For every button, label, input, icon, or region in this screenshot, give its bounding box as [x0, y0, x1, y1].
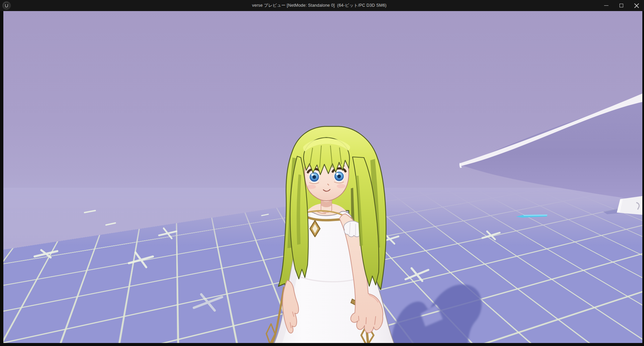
close-button[interactable] — [629, 0, 644, 11]
cyan-streak — [516, 215, 547, 218]
window-title: verse プレビュー [NetMode: Standalone 0] (64-… — [252, 0, 387, 11]
titlebar[interactable]: verse プレビュー [NetMode: Standalone 0] (64-… — [0, 0, 644, 11]
white-sign — [603, 196, 642, 215]
maximize-button[interactable] — [614, 0, 629, 11]
3d-scene — [3, 11, 642, 343]
unreal-logo-glyph — [3, 1, 10, 10]
app-window: verse プレビュー [NetMode: Standalone 0] (64-… — [0, 0, 644, 346]
character — [266, 126, 395, 343]
window-controls — [599, 0, 644, 11]
maximize-icon — [620, 4, 623, 7]
minimize-icon — [604, 5, 608, 6]
unreal-engine-logo-icon[interactable] — [2, 1, 11, 10]
white-disc-structure — [460, 93, 642, 201]
minimize-button[interactable] — [599, 0, 614, 11]
blush-left — [307, 185, 316, 189]
character-shadow — [390, 284, 482, 343]
blush-right — [337, 184, 345, 188]
close-icon — [634, 3, 639, 8]
game-viewport[interactable] — [3, 11, 642, 343]
scene-overlay — [3, 11, 642, 343]
grid-intersection-marks — [35, 211, 500, 310]
